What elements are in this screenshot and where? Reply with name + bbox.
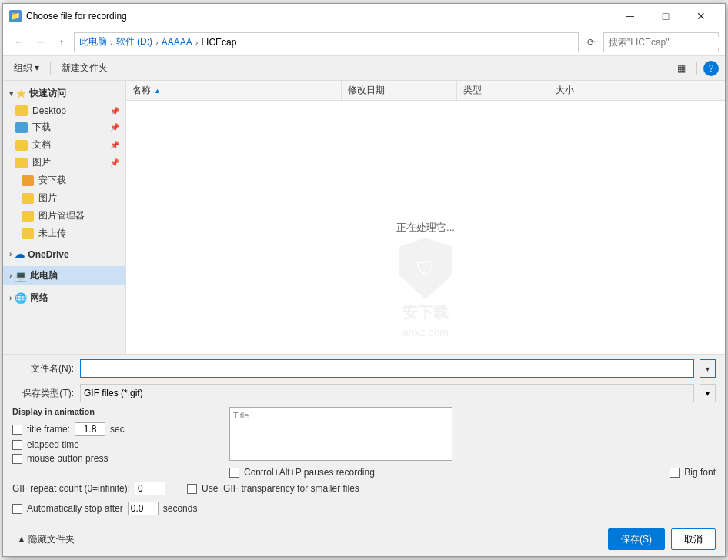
minimize-button[interactable]: ─ bbox=[613, 4, 648, 28]
quick-access-chevron: ▾ bbox=[9, 89, 13, 98]
onedrive-chevron: › bbox=[9, 250, 12, 258]
titlebar: 📁 Choose file for recording ─ □ ✕ bbox=[3, 4, 725, 28]
title-frame-row: title frame: sec bbox=[12, 422, 220, 436]
dialog: 📁 Choose file for recording ─ □ ✕ ← → ↑ … bbox=[2, 3, 726, 557]
col-type-header[interactable]: 类型 bbox=[457, 81, 549, 100]
folder-icon-upload bbox=[22, 228, 34, 239]
folder-icon-pics bbox=[15, 158, 28, 168]
pc-header[interactable]: › 💻 此电脑 bbox=[3, 266, 125, 285]
organize-button[interactable]: 组织 ▾ bbox=[9, 59, 44, 77]
dialog-title: Choose file for recording bbox=[26, 11, 613, 22]
filetype-dropdown-btn[interactable]: ▾ bbox=[700, 384, 716, 402]
onedrive-section: › ☁ OneDrive bbox=[3, 245, 125, 263]
main-area: ▾ ★ 快速访问 Desktop 📌 下载 📌 文档 📌 bbox=[3, 81, 725, 354]
gif-repeat-input[interactable] bbox=[135, 482, 165, 495]
title-frame-checkbox[interactable] bbox=[12, 425, 22, 435]
watermark-text: 安下载 bbox=[402, 302, 449, 323]
elapsed-time-row: elapsed time bbox=[12, 439, 220, 450]
breadcrumb[interactable]: 此电脑 › 软件 (D:) › AAAAA › LICEcap bbox=[74, 32, 579, 52]
pc-section: › 💻 此电脑 bbox=[3, 266, 125, 285]
big-font-checkbox[interactable] bbox=[670, 468, 680, 478]
auto-stop-row: Automatically stop after seconds bbox=[3, 498, 725, 522]
breadcrumb-aaaaa: AAAAA bbox=[162, 37, 192, 48]
forward-button[interactable]: → bbox=[31, 33, 49, 52]
file-list: 名称 ▲ 修改日期 类型 大小 正在处理它... 🛡 bbox=[126, 81, 725, 354]
folder-icon-anxia bbox=[22, 175, 34, 186]
folder-icon-download bbox=[15, 122, 28, 133]
back-button[interactable]: ← bbox=[9, 33, 28, 52]
breadcrumb-pc: 此电脑 bbox=[79, 35, 107, 48]
app-icon: 📁 bbox=[9, 10, 22, 22]
sidebar-item-desktop[interactable]: Desktop 📌 bbox=[3, 103, 125, 118]
mouse-btn-checkbox[interactable] bbox=[12, 454, 22, 464]
control-pause-checkbox[interactable] bbox=[229, 468, 239, 478]
help-button[interactable]: ? bbox=[703, 61, 719, 76]
watermark: 🛡 安下载 anxz.com bbox=[399, 238, 452, 338]
new-folder-button[interactable]: 新建文件夹 bbox=[57, 59, 112, 77]
sidebar-item-imgmgr[interactable]: 图片管理器 bbox=[3, 207, 125, 225]
breadcrumb-current: LICEcap bbox=[201, 37, 236, 48]
breadcrumb-drive: 软件 (D:) bbox=[116, 35, 152, 48]
sidebar: ▾ ★ 快速访问 Desktop 📌 下载 📌 文档 📌 bbox=[3, 81, 126, 354]
auto-stop-checkbox[interactable] bbox=[12, 504, 22, 514]
up-button[interactable]: ↑ bbox=[52, 33, 71, 52]
folder-icon-desktop bbox=[15, 105, 28, 116]
control-pause-label: Control+Alt+P pauses recording bbox=[244, 467, 375, 478]
col-size-label: 大小 bbox=[556, 84, 574, 97]
quick-access-header[interactable]: ▾ ★ 快速访问 bbox=[3, 84, 125, 103]
sidebar-item-docs[interactable]: 文档 📌 bbox=[3, 136, 125, 154]
sidebar-item-pics[interactable]: 图片 📌 bbox=[3, 154, 125, 172]
sidebar-item-upload[interactable]: 未上传 bbox=[3, 225, 125, 242]
sidebar-item-label-images: 图片 bbox=[38, 192, 57, 205]
control-pause-row: Control+Alt+P pauses recording Big font bbox=[229, 467, 716, 478]
transparency-checkbox[interactable] bbox=[187, 484, 197, 494]
col-date-header[interactable]: 修改日期 bbox=[342, 81, 457, 100]
filetype-row: 保存类型(T): GIF files (*.gif) ▾ bbox=[3, 382, 725, 407]
watermark-shield: 🛡 bbox=[399, 238, 452, 299]
options-area: Display in animation title frame: sec el… bbox=[3, 407, 725, 478]
sidebar-item-anxia[interactable]: 安下载 bbox=[3, 172, 125, 189]
network-header[interactable]: › 🌐 网络 bbox=[3, 288, 125, 308]
filename-input[interactable] bbox=[80, 359, 694, 378]
refresh-button[interactable]: ⟳ bbox=[582, 33, 600, 52]
onedrive-header[interactable]: › ☁ OneDrive bbox=[3, 245, 125, 263]
view-button[interactable]: ▦ bbox=[673, 61, 690, 76]
title-frame-input[interactable] bbox=[75, 422, 105, 436]
auto-stop-label: Automatically stop after bbox=[27, 503, 123, 514]
hide-folders-button[interactable]: ▲ 隐藏文件夹 bbox=[12, 531, 79, 548]
cancel-button[interactable]: 取消 bbox=[671, 528, 716, 550]
watermark-shield-icon: 🛡 bbox=[416, 258, 435, 279]
col-name-header[interactable]: 名称 ▲ bbox=[126, 81, 342, 100]
col-type-label: 类型 bbox=[463, 84, 482, 97]
mouse-btn-label: mouse button press bbox=[27, 453, 108, 464]
folder-icon-images bbox=[22, 193, 34, 204]
filetype-select[interactable]: GIF files (*.gif) bbox=[80, 384, 694, 402]
search-input[interactable] bbox=[609, 37, 724, 48]
sidebar-item-label-upload: 未上传 bbox=[38, 227, 66, 240]
toolbar-separator bbox=[50, 62, 51, 75]
sidebar-item-images[interactable]: 图片 bbox=[3, 189, 125, 207]
title-box[interactable]: Title bbox=[229, 407, 452, 461]
close-button[interactable]: ✕ bbox=[683, 4, 719, 28]
filetype-value: GIF files (*.gif) bbox=[84, 388, 143, 398]
filetype-label: 保存类型(T): bbox=[12, 387, 74, 400]
filename-dropdown-btn[interactable]: ▾ bbox=[700, 359, 716, 378]
gif-repeat-row: GIF repeat count (0=infinite): Use .GIF … bbox=[3, 478, 725, 498]
sidebar-item-label-pics: 图片 bbox=[32, 156, 51, 169]
watermark-subtext: anxz.com bbox=[402, 326, 449, 338]
col-size-header[interactable]: 大小 bbox=[549, 81, 626, 100]
elapsed-time-checkbox[interactable] bbox=[12, 440, 22, 450]
pin-icon-docs: 📌 bbox=[110, 141, 119, 149]
maximize-button[interactable]: □ bbox=[648, 4, 683, 28]
sidebar-item-label-desktop: Desktop bbox=[32, 105, 66, 116]
title-frame-label: title frame: bbox=[27, 424, 70, 435]
quick-access-section: ▾ ★ 快速访问 Desktop 📌 下载 📌 文档 📌 bbox=[3, 84, 125, 242]
pin-icon-desktop: 📌 bbox=[110, 107, 119, 115]
save-button[interactable]: 保存(S) bbox=[608, 528, 665, 550]
sidebar-item-download[interactable]: 下载 📌 bbox=[3, 118, 125, 136]
network-label: 网络 bbox=[30, 292, 48, 305]
pin-icon-pics: 📌 bbox=[110, 158, 119, 167]
folder-icon-docs bbox=[15, 140, 28, 151]
filename-label: 文件名(N): bbox=[12, 362, 74, 375]
auto-stop-input[interactable] bbox=[128, 502, 159, 515]
